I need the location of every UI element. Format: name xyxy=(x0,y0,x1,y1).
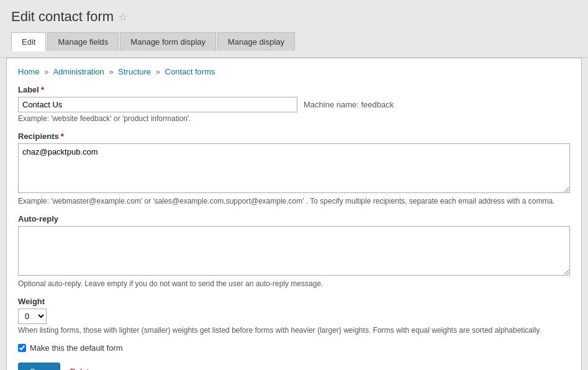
autoreply-field-label: Auto-reply xyxy=(18,214,570,223)
autoreply-group: Auto-reply Optional auto-reply. Leave em… xyxy=(18,214,570,288)
default-form-row: Make this the default form xyxy=(18,343,570,353)
recipients-hint: Example: 'webmaster@example.com' or 'sal… xyxy=(18,197,570,205)
breadcrumb-structure[interactable]: Structure xyxy=(118,67,151,76)
tab-manage-display[interactable]: Manage display xyxy=(217,32,295,51)
autoreply-textarea[interactable] xyxy=(18,226,570,276)
weight-select[interactable]: 0 1 2 -1 -2 xyxy=(18,309,47,324)
recipients-required-marker: * xyxy=(61,132,64,141)
form-buttons: Save Delete xyxy=(18,363,570,370)
tab-manage-fields[interactable]: Manage fields xyxy=(47,32,119,51)
breadcrumb-administration[interactable]: Administration xyxy=(53,67,104,76)
breadcrumb-sep-2: » xyxy=(109,67,113,76)
tab-manage-form-display[interactable]: Manage form display xyxy=(120,32,216,51)
label-input[interactable] xyxy=(18,97,297,112)
label-group: Label* Machine name: feedback Example: '… xyxy=(18,85,570,123)
breadcrumb: Home » Administration » Structure » Cont… xyxy=(18,67,570,76)
tabs-bar: Edit Manage fields Manage form display M… xyxy=(11,32,577,51)
breadcrumb-sep-3: » xyxy=(156,67,160,76)
breadcrumb-sep-1: » xyxy=(44,67,48,76)
content-area: Home » Administration » Structure » Cont… xyxy=(6,58,582,370)
default-form-checkbox[interactable] xyxy=(18,344,26,352)
page-title: Edit contact form ☆ xyxy=(11,9,577,25)
machine-name-display: Machine name: feedback xyxy=(304,100,394,109)
recipients-group: Recipients* chaz@packtpub.com Example: '… xyxy=(18,132,570,205)
delete-link[interactable]: Delete xyxy=(70,367,94,370)
recipients-textarea[interactable]: chaz@packtpub.com xyxy=(18,143,570,193)
recipients-field-label: Recipients* xyxy=(18,132,570,141)
star-icon[interactable]: ☆ xyxy=(119,11,127,23)
breadcrumb-home[interactable]: Home xyxy=(18,67,40,76)
default-form-label: Make this the default form xyxy=(30,343,123,353)
save-button[interactable]: Save xyxy=(18,363,60,370)
autoreply-hint: Optional auto-reply. Leave empty if you … xyxy=(18,279,570,288)
weight-hint: When listing forms, those with lighter (… xyxy=(18,326,570,335)
weight-group: Weight 0 1 2 -1 -2 When listing forms, t… xyxy=(18,297,570,335)
page-header: Edit contact form ☆ Edit Manage fields M… xyxy=(0,0,588,370)
weight-field-label: Weight xyxy=(18,297,570,306)
page-title-text: Edit contact form xyxy=(11,9,114,25)
breadcrumb-contact-forms[interactable]: Contact forms xyxy=(165,67,215,76)
label-input-row: Machine name: feedback xyxy=(18,97,570,112)
edit-contact-form: Label* Machine name: feedback Example: '… xyxy=(18,85,570,370)
label-field-label: Label* xyxy=(18,85,570,94)
label-required-marker: * xyxy=(41,85,44,94)
tab-edit[interactable]: Edit xyxy=(11,32,46,52)
label-hint: Example: 'website feedback' or 'product … xyxy=(18,114,570,123)
